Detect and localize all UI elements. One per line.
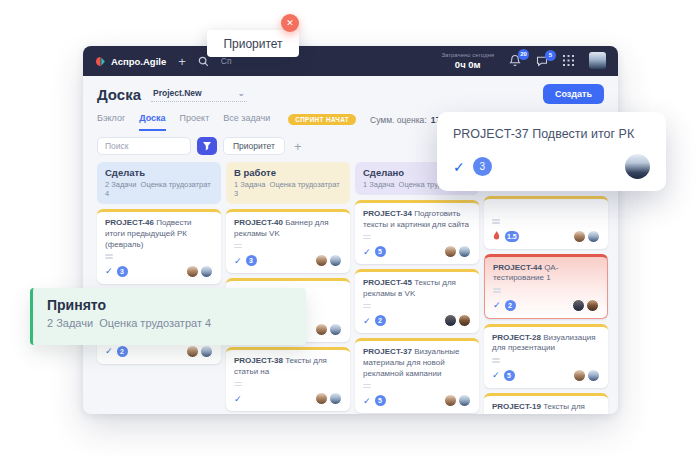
avatar	[587, 230, 600, 243]
task-title-line: PROJECT-40 Баннер для рекламы VK	[234, 218, 342, 240]
task-title-line: PROJECT-19 Тексты для рекламы VK	[492, 402, 600, 414]
estimate-badge: 5	[375, 395, 386, 406]
avatar	[444, 314, 457, 327]
description-icon	[363, 304, 471, 309]
description-icon	[492, 358, 600, 363]
page-title: Доска	[97, 86, 141, 103]
task-meta: ✓5	[363, 394, 471, 407]
chevron-down-icon: ⌄	[237, 91, 245, 95]
estimate-badge: 3	[473, 157, 492, 176]
avatar	[458, 245, 471, 258]
task-id: PROJECT-38	[234, 356, 283, 365]
check-icon: ✓	[493, 300, 501, 310]
task-card[interactable]: PROJECT-44 QA-тестирование 1✓2	[484, 254, 608, 319]
time-tracker[interactable]: Затрачено сегодня 0ч 0м	[441, 52, 494, 71]
task-card[interactable]: PROJECT-37 Визуальные материалы для ново…	[355, 338, 479, 413]
task-id: PROJECT-28	[492, 333, 541, 342]
task-card[interactable]: PROJECT-19 Тексты для рекламы VK✓5	[484, 393, 608, 414]
task-meta: 1.5	[492, 230, 600, 243]
check-icon: ✓	[363, 247, 371, 257]
search-icon[interactable]	[198, 56, 209, 67]
user-avatar[interactable]	[589, 52, 606, 69]
task-card[interactable]: 1.5	[484, 196, 608, 249]
apps-grid-icon[interactable]	[563, 55, 574, 66]
task-title-line: PROJECT-28 Визуализация для презентации	[492, 333, 600, 355]
task-popup[interactable]: PROJECT-37 Подвести итог РК ✓ 3	[437, 112, 666, 191]
task-card[interactable]: PROJECT-46 Подвести итоги предыдущей РК …	[97, 209, 221, 284]
avatar	[329, 323, 342, 336]
task-card[interactable]: PROJECT-38 Тексты для статьи на✓	[226, 347, 350, 411]
check-icon: ✓	[363, 316, 371, 326]
assignee-avatars	[186, 265, 213, 278]
avatar	[587, 369, 600, 382]
add-filter-button[interactable]: +	[294, 139, 302, 154]
task-card[interactable]: PROJECT-40 Баннер для рекламы VK✓3	[226, 209, 350, 273]
assignee-avatars	[573, 369, 600, 382]
assignee-avatars	[573, 230, 600, 243]
close-icon[interactable]: ✕	[281, 14, 299, 32]
accepted-column-callout: Принято 2 Задачи Оценка трудозатрат 4	[30, 288, 306, 345]
create-button[interactable]: Создать	[543, 84, 604, 104]
task-card[interactable]: PROJECT-34 Подготовить тексты и картинки…	[355, 200, 479, 264]
task-id: PROJECT-19	[492, 402, 541, 411]
create-task-icon[interactable]: +	[178, 55, 186, 68]
avatar	[444, 394, 457, 407]
board-select[interactable]: Project.New ⌄	[151, 87, 247, 102]
avatar	[200, 345, 213, 358]
task-title-line: PROJECT-34 Подготовить тексты и картинки…	[363, 209, 471, 231]
task-meta: ✓2	[363, 314, 471, 327]
estimate-badge: 5	[504, 370, 515, 381]
app-logo[interactable]: Аспро.Agile	[95, 56, 166, 67]
estimate-badge: 5	[375, 246, 386, 257]
tab-project[interactable]: Проект	[180, 113, 210, 131]
assignee-avatars	[444, 394, 471, 407]
task-card[interactable]: PROJECT-28 Визуализация для презентации✓…	[484, 324, 608, 388]
task-title-line	[492, 205, 600, 215]
avatar	[200, 265, 213, 278]
estimate-badge: 3	[246, 255, 257, 266]
app-name: Аспро.Agile	[111, 56, 166, 67]
search-input[interactable]	[97, 137, 191, 155]
avatar	[573, 369, 586, 382]
avatar	[186, 265, 199, 278]
sprint-status-badge: СПРИНТ НАЧАТ	[288, 114, 356, 125]
task-id: PROJECT-37	[363, 347, 412, 356]
time-tracker-value: 0ч 0м	[441, 59, 494, 70]
priority-tooltip: Приоритет	[207, 30, 299, 57]
task-id: PROJECT-46	[105, 218, 154, 227]
assignee-avatars	[315, 254, 342, 267]
task-title-line: PROJECT-38 Тексты для статьи на	[234, 356, 342, 378]
messages-button[interactable]: 5	[536, 55, 548, 67]
priority-filter-chip[interactable]: Приоритет	[223, 137, 285, 155]
assignee-avatars	[315, 323, 342, 336]
tab-all-tasks[interactable]: Все задачи	[223, 113, 270, 131]
assignee-avatars	[444, 314, 471, 327]
assignee-avatars	[444, 245, 471, 258]
estimate-badge: 2	[505, 300, 516, 311]
task-title-line: PROJECT-37 Визуальные материалы для ново…	[363, 347, 471, 379]
tab-backlog[interactable]: Бэклог	[97, 113, 125, 131]
fire-icon	[492, 231, 501, 242]
check-icon: ✓	[492, 370, 500, 380]
avatar	[458, 314, 471, 327]
task-meta: ✓3	[234, 254, 342, 267]
messages-badge: 5	[545, 50, 556, 61]
filter-button[interactable]	[197, 137, 217, 155]
column-title: В работе	[234, 167, 342, 178]
tab-board[interactable]: Доска	[139, 113, 165, 131]
task-card[interactable]: PROJECT-45 Тексты для рекламы в VK✓2	[355, 269, 479, 333]
notifications-button[interactable]: 20	[509, 54, 521, 67]
estimate-badge: 2	[375, 315, 386, 326]
check-icon: ✓	[234, 394, 242, 404]
board-select-value: Project.New	[153, 88, 202, 98]
nav-sprints-label[interactable]: Сп	[221, 56, 232, 66]
board-column: 1.5PROJECT-44 QA-тестирование 1✓2PROJECT…	[484, 162, 608, 414]
accepted-title: Принято	[47, 297, 292, 313]
funnel-icon	[202, 141, 212, 151]
assignee-avatars	[572, 299, 599, 312]
avatar	[586, 299, 599, 312]
avatar	[329, 254, 342, 267]
avatar	[186, 345, 199, 358]
task-id: PROJECT-45	[363, 278, 412, 287]
task-title-line: PROJECT-44 QA-тестирование 1	[493, 263, 599, 285]
